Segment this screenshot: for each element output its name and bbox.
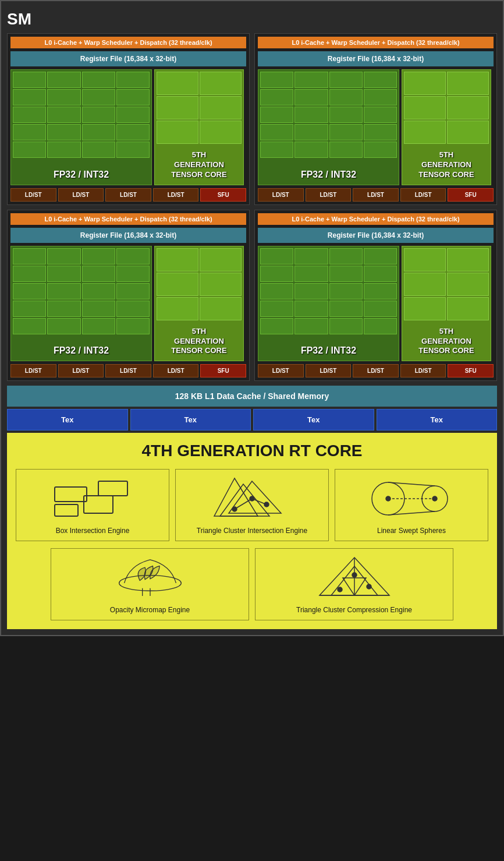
rt-core-section: 4TH GENERATION RT CORE Box Intersection …: [7, 433, 497, 629]
ldst-btn-13: LD/ST: [258, 364, 304, 377]
opacity-micromap-engine: Opacity Micromap Engine: [51, 548, 249, 620]
fp32-cell: [294, 107, 328, 123]
tex-unit-3: Tex: [253, 409, 374, 430]
cores-area-2: FP32 / INT32 5THGENERATIONTENSOR CORE: [258, 69, 494, 185]
fp32-cell: [116, 283, 150, 299]
triangle-cluster-engine: Triangle Cluster Intersection Engine: [175, 469, 329, 541]
triangle-cluster-icon: [182, 475, 322, 522]
ldst-btn-2: LD/ST: [58, 188, 104, 202]
fp32-cell: [116, 318, 150, 334]
svg-rect-0: [55, 487, 87, 502]
fp32-cell: [364, 248, 397, 264]
ldst-btn-15: LD/ST: [353, 364, 399, 377]
tensor-cell: [404, 121, 446, 144]
fp32-cell: [116, 89, 150, 105]
ldst-btn-4: LD/ST: [153, 188, 199, 202]
tensor-cell: [447, 297, 489, 320]
tensor-cell: [447, 96, 489, 119]
fp32-cell: [116, 124, 150, 140]
fp32-cell: [116, 266, 150, 282]
sfu-btn-1: SFU: [200, 188, 246, 202]
tensor-grid-1: [155, 70, 243, 146]
sm-title: SM: [7, 7, 497, 33]
box-intersection-label: Box Intersection Engine: [22, 527, 163, 535]
tex-unit-1: Tex: [7, 409, 128, 430]
fp32-cell: [13, 142, 46, 158]
fp32-cell: [294, 301, 328, 317]
fp32-cell: [116, 301, 150, 317]
ldst-btn-6: LD/ST: [306, 188, 352, 202]
fp32-label-2: FP32 / INT32: [258, 170, 399, 180]
fp32-cell: [329, 266, 363, 282]
svg-point-28: [338, 587, 342, 592]
ldst-btn-8: LD/ST: [400, 188, 446, 202]
fp32-cell: [364, 283, 397, 299]
register-file-3: Register File (16,384 x 32-bit): [10, 228, 246, 243]
fp32-cell: [82, 318, 115, 334]
fp32-cell: [47, 248, 80, 264]
fp32-cell: [364, 142, 397, 158]
fp32-cell: [329, 107, 363, 123]
fp32-cell: [260, 124, 293, 140]
quadrants-grid: L0 i-Cache + Warp Scheduler + Dispatch (…: [7, 33, 497, 381]
triangle-cluster-label: Triangle Cluster Intersection Engine: [182, 527, 322, 535]
triangle-cluster-compression-icon: [261, 555, 447, 601]
fp32-cell: [82, 248, 115, 264]
fp32-section-2: FP32 / INT32: [258, 69, 399, 185]
fp32-cell: [116, 107, 150, 123]
opacity-micromap-icon: [57, 555, 243, 601]
fp32-cell: [294, 72, 328, 88]
quadrant-2: L0 i-Cache + Warp Scheduler + Dispatch (…: [254, 33, 497, 205]
fp32-grid-3: [11, 246, 151, 336]
bottom-bar-3: LD/ST LD/ST LD/ST LD/ST SFU: [10, 364, 246, 377]
fp32-section-3: FP32 / INT32: [10, 246, 152, 362]
fp32-cell: [294, 89, 328, 105]
fp32-cell: [82, 107, 115, 123]
tensor-section-3: 5THGENERATIONTENSOR CORE: [154, 246, 244, 362]
fp32-cell: [13, 318, 46, 334]
fp32-cell: [260, 89, 293, 105]
tensor-cell: [200, 273, 242, 296]
ldst-btn-9: LD/ST: [10, 364, 56, 377]
fp32-cell: [13, 301, 46, 317]
scheduler-bar-3: L0 i-Cache + Warp Scheduler + Dispatch (…: [10, 213, 246, 225]
rt-core-title: 4TH GENERATION RT CORE: [16, 442, 488, 460]
bottom-bar-1: LD/ST LD/ST LD/ST LD/ST SFU: [10, 188, 246, 202]
ldst-btn-14: LD/ST: [306, 364, 352, 377]
rt-engines-top: Box Intersection Engine Tr: [16, 469, 488, 541]
ldst-btn-11: LD/ST: [105, 364, 151, 377]
tensor-section-4: 5THGENERATIONTENSOR CORE: [402, 246, 491, 362]
sm-container: SM L0 i-Cache + Warp Scheduler + Dispatc…: [0, 0, 504, 636]
fp32-cell: [47, 266, 80, 282]
fp32-cell: [329, 89, 363, 105]
tensor-cell: [447, 72, 489, 95]
svg-marker-6: [220, 484, 269, 516]
quadrant-3: L0 i-Cache + Warp Scheduler + Dispatch (…: [7, 210, 250, 382]
tensor-cell: [404, 273, 446, 296]
tensor-label-1: 5THGENERATIONTENSOR CORE: [155, 146, 243, 185]
fp32-cell: [260, 266, 293, 282]
svg-line-10: [235, 499, 252, 509]
tensor-grid-4: [402, 246, 491, 322]
fp32-cell: [116, 72, 150, 88]
tensor-cell: [157, 297, 198, 320]
fp32-cell: [13, 248, 46, 264]
ldst-btn-16: LD/ST: [400, 364, 446, 377]
quadrant-4: L0 i-Cache + Warp Scheduler + Dispatch (…: [254, 210, 497, 382]
fp32-cell: [329, 142, 363, 158]
register-file-1: Register File (16,384 x 32-bit): [10, 51, 246, 66]
opacity-micromap-label: Opacity Micromap Engine: [57, 606, 243, 614]
fp32-cell: [294, 283, 328, 299]
fp32-cell: [329, 72, 363, 88]
linear-swept-spheres-engine: Linear Swept Spheres: [335, 469, 488, 541]
fp32-cell: [82, 124, 115, 140]
fp32-cell: [294, 142, 328, 158]
fp32-label-3: FP32 / INT32: [11, 345, 151, 356]
fp32-cell: [47, 318, 80, 334]
tensor-grid-2: [402, 70, 491, 146]
fp32-cell: [47, 142, 80, 158]
tensor-cell: [404, 72, 446, 95]
linear-swept-spheres-label: Linear Swept Spheres: [341, 527, 482, 535]
fp32-cell: [329, 248, 363, 264]
fp32-section-4: FP32 / INT32: [258, 246, 399, 362]
